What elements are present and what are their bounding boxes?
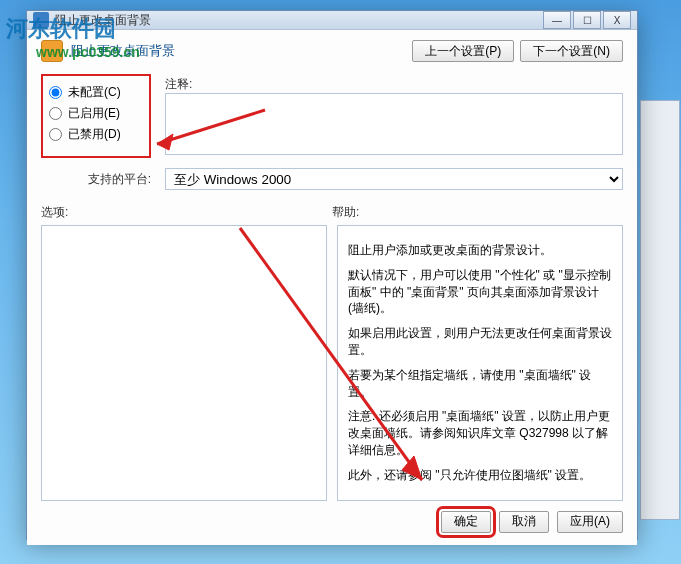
help-p1: 阻止用户添加或更改桌面的背景设计。: [348, 242, 612, 259]
minimize-button[interactable]: —: [543, 11, 571, 29]
radio-not-configured-label: 未配置(C): [68, 84, 121, 101]
help-panel[interactable]: 阻止用户添加或更改桌面的背景设计。 默认情况下，用户可以使用 "个性化" 或 "…: [337, 225, 623, 501]
maximize-button[interactable]: ☐: [573, 11, 601, 29]
help-p2: 默认情况下，用户可以使用 "个性化" 或 "显示控制面板" 中的 "桌面背景" …: [348, 267, 612, 317]
radio-not-configured-input[interactable]: [49, 86, 62, 99]
options-label: 选项:: [41, 204, 332, 221]
comment-textarea[interactable]: [165, 93, 623, 155]
radio-disabled[interactable]: 已禁用(D): [49, 126, 143, 143]
state-radio-group: 未配置(C) 已启用(E) 已禁用(D): [41, 74, 151, 158]
apply-button[interactable]: 应用(A): [557, 511, 623, 533]
platform-label: 支持的平台:: [41, 168, 151, 190]
policy-icon: [41, 40, 63, 62]
window-title: 阻止更改桌面背景: [55, 12, 541, 29]
close-button[interactable]: X: [603, 11, 631, 29]
policy-dialog: 阻止更改桌面背景 — ☐ X 阻止更改桌面背景 上一个设置(P) 下一个设置(N…: [26, 10, 638, 540]
help-label: 帮助:: [332, 204, 623, 221]
radio-enabled-input[interactable]: [49, 107, 62, 120]
help-p5: 注意: 还必须启用 "桌面墙纸" 设置，以防止用户更改桌面墙纸。请参阅知识库文章…: [348, 408, 612, 458]
comment-label: 注释:: [165, 74, 623, 93]
next-setting-button[interactable]: 下一个设置(N): [520, 40, 623, 62]
radio-not-configured[interactable]: 未配置(C): [49, 84, 143, 101]
cancel-button[interactable]: 取消: [499, 511, 549, 533]
titlebar[interactable]: 阻止更改桌面背景 — ☐ X: [27, 11, 637, 30]
policy-name: 阻止更改桌面背景: [71, 42, 175, 60]
radio-enabled[interactable]: 已启用(E): [49, 105, 143, 122]
help-p6: 此外，还请参阅 "只允许使用位图墙纸" 设置。: [348, 467, 612, 484]
options-panel[interactable]: [41, 225, 327, 501]
platform-select[interactable]: 至少 Windows 2000: [165, 168, 623, 190]
radio-disabled-label: 已禁用(D): [68, 126, 121, 143]
ok-button[interactable]: 确定: [441, 511, 491, 533]
app-icon: [33, 12, 49, 28]
radio-disabled-input[interactable]: [49, 128, 62, 141]
help-p3: 如果启用此设置，则用户无法更改任何桌面背景设置。: [348, 325, 612, 359]
help-p4: 若要为某个组指定墙纸，请使用 "桌面墙纸" 设置。: [348, 367, 612, 401]
background-window: [640, 100, 680, 520]
prev-setting-button[interactable]: 上一个设置(P): [412, 40, 514, 62]
radio-enabled-label: 已启用(E): [68, 105, 120, 122]
